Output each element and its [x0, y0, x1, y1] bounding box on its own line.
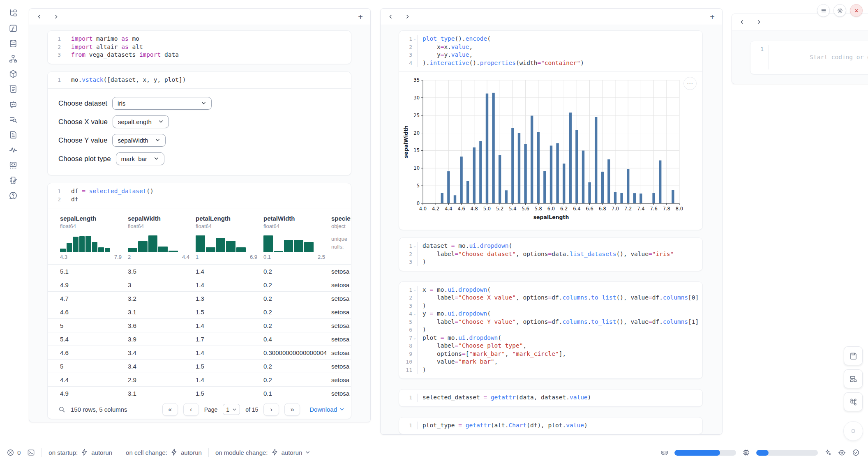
bar	[441, 193, 443, 203]
chevron-left-icon[interactable]	[37, 14, 42, 19]
svg-text:4.0: 4.0	[419, 206, 427, 212]
line-number: 1	[409, 422, 412, 430]
snippets-icon[interactable]	[9, 160, 18, 170]
line-number: 1	[760, 45, 764, 53]
code-editor[interactable]: selected_dataset = getattr(data, dataset…	[417, 394, 702, 402]
stop-button[interactable]	[843, 421, 863, 441]
line-number: 1	[58, 76, 61, 84]
save-button[interactable]	[844, 346, 863, 365]
autorun-toggle-1[interactable]: on startup:autorun	[48, 448, 112, 457]
autorun-toggle-2[interactable]: on cell change:autorun	[126, 448, 202, 457]
fold-marker[interactable]: ⌄	[412, 35, 417, 43]
errors-indicator[interactable]: 0	[7, 449, 21, 456]
ai-sparkles-button[interactable]	[824, 449, 832, 456]
code-editor[interactable]: plot_type = getattr(alt.Chart(df), plot.…	[417, 422, 702, 430]
close-panel-button[interactable]	[850, 4, 863, 17]
assistant-robot-button[interactable]	[838, 449, 846, 456]
table-row: 4.63.41.40.30000000000000004setosa	[48, 346, 351, 359]
connection-status-button[interactable]	[852, 449, 860, 456]
dataset-select[interactable]: iris	[112, 97, 212, 110]
logs-icon[interactable]	[9, 84, 18, 94]
chevron-left-icon[interactable]	[739, 19, 745, 25]
first-page-button[interactable]: «	[162, 403, 178, 416]
table-cell: 3.4	[128, 349, 196, 356]
table-of-contents-icon[interactable]	[9, 115, 18, 124]
packages-icon[interactable]	[9, 69, 18, 78]
code-editor[interactable]: import marimo as moimport altair as altf…	[66, 35, 351, 59]
layout-button[interactable]	[844, 369, 863, 388]
line-number: 11	[406, 366, 412, 374]
dropdown-label: Choose plot type	[58, 155, 111, 163]
last-page-button[interactable]: »	[284, 403, 300, 416]
bar	[511, 128, 514, 203]
documentation-icon[interactable]	[9, 130, 18, 139]
plot-type-select[interactable]: mark_bar	[116, 152, 164, 165]
code-editor[interactable]: x = mo.ui.dropdown( label="Choose X valu…	[417, 286, 702, 374]
error-count: 0	[17, 449, 21, 456]
gauge-fill	[756, 450, 769, 456]
bar	[466, 181, 469, 203]
chat-icon[interactable]	[9, 99, 18, 109]
column-header-sepalWidth[interactable]: sepalWidthfloat6424.4	[128, 215, 196, 264]
panel-menu-button[interactable]	[817, 4, 830, 17]
chevron-right-icon[interactable]	[53, 14, 59, 19]
selected-value: mark_bar	[121, 155, 147, 162]
settings-button[interactable]	[833, 4, 846, 17]
bar	[607, 159, 610, 203]
fold-marker[interactable]: ⌄	[412, 310, 417, 318]
datasources-icon[interactable]	[9, 39, 18, 48]
column-header-petalWidth[interactable]: petalWidthfloat640.12.5	[263, 215, 331, 264]
table-cell: 4.7	[60, 295, 128, 302]
code-editor[interactable]: plot_type().encode( x=x.value, y=y.value…	[417, 35, 702, 67]
column-header-petalLength[interactable]: petalLengthfloat6416.9	[196, 215, 263, 264]
fold-marker[interactable]: ⌄	[412, 286, 417, 294]
chevron-left-icon[interactable]	[388, 14, 393, 19]
code-editor[interactable]: dataset = mo.ui.dropdown( label="Choose …	[417, 242, 702, 266]
dropdown-row: Choose plot typemark_bar	[58, 152, 340, 165]
editor-placeholder: Start coding or generate with	[810, 54, 868, 60]
line-number-gutter: 1⌄23	[399, 242, 417, 266]
code-editor[interactable]: mo.vstack([dataset, x, y, plot])	[66, 76, 351, 84]
terminal-button[interactable]	[27, 449, 35, 456]
table-cell: setosa	[331, 281, 351, 288]
scratchpad-editor[interactable]: Start coding or generate with	[769, 45, 868, 69]
x-value-select[interactable]: sepalLength	[113, 115, 169, 128]
chevron-right-icon[interactable]	[756, 19, 762, 25]
tracing-icon[interactable]	[9, 145, 18, 154]
chevron-right-icon[interactable]	[405, 14, 410, 19]
y-value-select[interactable]: sepalWidth	[112, 134, 165, 147]
previous-page-button[interactable]: ‹	[183, 403, 199, 416]
dependencies-icon[interactable]	[9, 54, 18, 63]
download-button[interactable]: Download	[309, 406, 344, 413]
column-header-sepalLength[interactable]: sepalLengthfloat644.37.9	[60, 215, 128, 264]
table-cell: 4.6	[60, 349, 128, 356]
altair-bar-chart: 4.04.24.44.64.85.05.25.45.65.86.06.26.46…	[402, 74, 690, 227]
column-name: sepalWidth	[128, 215, 196, 222]
autorun-toggle-3[interactable]: on module change:autorun	[215, 448, 310, 457]
file-explorer-icon[interactable]	[9, 8, 18, 18]
table-cell: setosa	[331, 390, 351, 397]
table-cell: 1.5	[196, 363, 263, 370]
search-icon[interactable]	[58, 406, 65, 413]
help-icon[interactable]	[9, 191, 18, 200]
fold-marker[interactable]: ⌄	[412, 334, 417, 342]
keyboard-shortcuts-button[interactable]	[844, 392, 863, 411]
column-header-species[interactable]: speciesobjectuniquenulls:	[331, 215, 351, 264]
table-cell: 0.2	[263, 281, 331, 288]
chevron-down-icon	[305, 449, 310, 456]
page-select[interactable]: 1	[223, 404, 240, 415]
bar	[582, 150, 584, 203]
add-cell-icon[interactable]: +	[710, 13, 715, 21]
next-page-button[interactable]: ›	[263, 403, 279, 416]
fold-marker[interactable]: ⌄	[412, 242, 417, 250]
line-number: 3	[58, 51, 61, 59]
column-name: petalLength	[196, 215, 263, 222]
chart-menu-button[interactable]: ⋯	[683, 77, 697, 90]
add-cell-icon[interactable]: +	[358, 13, 363, 21]
scratchpad-icon[interactable]	[9, 175, 18, 185]
bar	[518, 133, 520, 203]
table-cell: 3.2	[128, 295, 196, 302]
functions-icon[interactable]	[9, 23, 18, 33]
code-editor[interactable]: df = selected_dataset()df	[66, 187, 351, 203]
line-number: 1	[409, 242, 412, 250]
